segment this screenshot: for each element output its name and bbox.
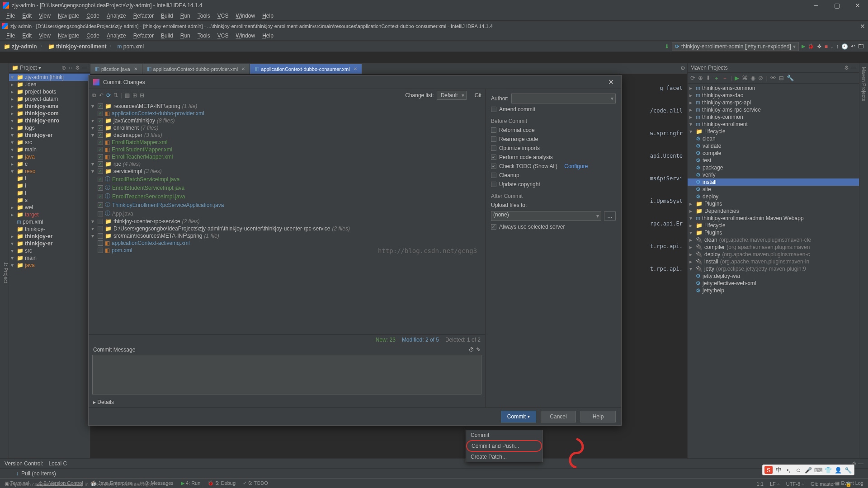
maven-run-icon[interactable]: ▶ (735, 75, 739, 81)
project-node[interactable]: 📁 s (9, 197, 90, 204)
ime-tool-icon[interactable]: 🔧 (844, 466, 852, 474)
commit-file-node[interactable]: ▾ 📁 D:\Users\gengsongbo\IdeaProjects\zjy… (89, 225, 485, 232)
spell-icon[interactable]: ✎ (476, 347, 481, 353)
sub-close-button[interactable]: ✕ (860, 23, 865, 30)
editor-tab[interactable]: ◧applicationContext-dubbo-consumer.xml✕ (250, 64, 362, 74)
maven-node[interactable]: ▸m thinkjoy-ams-rpc-api (688, 99, 859, 106)
project-node[interactable]: ▾📁 thinkjoy-er (9, 240, 90, 247)
git-branch[interactable]: Git: master ÷ (811, 481, 839, 487)
project-node[interactable]: ▸📁 thinkjoy-er (9, 233, 90, 240)
project-node[interactable]: 📁 l (9, 189, 90, 197)
project-node[interactable]: ▸📁 thinkjoy-com (9, 110, 90, 117)
maven-collapse-icon[interactable]: ⊟ (779, 75, 784, 81)
maven-node[interactable]: ⚙ site (688, 186, 859, 193)
menu-navigate[interactable]: Navigate (54, 11, 83, 20)
menu-analyze[interactable]: Analyze (103, 31, 130, 40)
menu-help[interactable]: Help (259, 11, 277, 20)
close-button[interactable]: ✕ (847, 0, 868, 11)
project-node[interactable]: ▸📁 c (9, 160, 90, 168)
commit-file-node[interactable]: ▾ 📁 java\com\thinkjoy (8 files) (89, 117, 485, 124)
maven-node[interactable]: ⚙ verify (688, 171, 859, 178)
ime-keyboard-icon[interactable]: ⌨ (814, 466, 822, 474)
ime-user-icon[interactable]: 👤 (834, 466, 842, 474)
tool-debug[interactable]: 🐞 5: Debug (208, 480, 236, 486)
menu-commit-and-push[interactable]: Commit and Push... (466, 440, 542, 452)
maven-node[interactable]: ▸m thinkjoy-ams-common (688, 84, 859, 92)
project-node[interactable]: ▸📁 logs (9, 124, 90, 131)
optimize-checkbox[interactable]: Optimize imports (491, 145, 540, 151)
menu-vcs[interactable]: VCS (214, 11, 232, 20)
editor-tab[interactable]: ◧plication.java✕ (90, 64, 142, 74)
details-toggle[interactable]: ▸ Details (89, 397, 485, 407)
ime-toolbar[interactable]: S 中 •, ☺ 🎤 ⌨ 👕 👤 🔧 (762, 465, 854, 475)
project-node[interactable]: ▾📁 zjy-admin [thinkj (9, 74, 90, 81)
project-node[interactable]: ▸📁 wel (9, 204, 90, 211)
hide-icon[interactable]: — (851, 65, 856, 71)
history-icon[interactable]: ⏱ (469, 347, 474, 353)
revert-icon[interactable]: ↶ (99, 92, 104, 99)
commit-message-input[interactable] (92, 355, 481, 394)
add-icon[interactable]: ＋ (713, 74, 719, 82)
vc-tab-local[interactable]: Local C (48, 460, 67, 467)
project-node[interactable]: ▾📁 src (9, 247, 90, 254)
menu-refactor[interactable]: Refactor (130, 31, 157, 40)
maven-node[interactable]: ▸🔌 clean (org.apache.maven.plugins:maven… (688, 236, 859, 244)
commit-file-node[interactable]: ⓙ ThinkjoyEnrollmentRpcServiceApplicatio… (89, 201, 485, 209)
ime-lang-icon[interactable]: 中 (774, 466, 783, 474)
menu-window[interactable]: Window (232, 31, 259, 40)
collapse-all-icon[interactable]: ⊕ (61, 65, 66, 71)
gear-icon[interactable]: ⚙ (844, 65, 849, 71)
commit-file-node[interactable]: ◧ EnrollStudentMapper.xml (89, 146, 485, 153)
hide-icon[interactable]: — (82, 65, 87, 71)
maven-node[interactable]: ▾m thinkjoy-enrollment (688, 121, 859, 128)
commit-file-node[interactable]: ▾ 📁 enrollment (7 files) (89, 124, 485, 131)
project-node[interactable]: ▾📁 thinkjoy-er (9, 131, 90, 139)
maven-node[interactable]: ▾📁 Plugins (688, 229, 859, 236)
commit-file-node[interactable]: ◧ applicationContext-dubbo-provider.xml (89, 110, 485, 117)
maven-node[interactable]: ▸📁 Plugins (688, 200, 859, 207)
project-node[interactable]: ▾📁 src (9, 139, 90, 146)
stop-button[interactable]: ■ (825, 43, 828, 50)
project-node[interactable]: 📁 i (9, 182, 90, 189)
ime-skin-icon[interactable]: 👕 (824, 466, 832, 474)
maven-node[interactable]: ⚙ jetty:deploy-war (688, 272, 859, 280)
commit-file-node[interactable]: ▾ 📁 src\main\resources\META-INF\spring (… (89, 232, 485, 239)
menu-navigate[interactable]: Navigate (54, 31, 83, 40)
maven-node[interactable]: ⚙ validate (688, 142, 859, 150)
maximize-button[interactable]: ▢ (826, 0, 847, 11)
diff-icon[interactable]: ⧉ (92, 92, 96, 99)
scroll-icon[interactable]: ↔ (68, 65, 73, 71)
refresh-icon[interactable]: ⟳ (106, 92, 111, 99)
maven-node[interactable]: ▸📁 Lifecycle (688, 222, 859, 229)
minimize-button[interactable]: ─ (806, 0, 826, 11)
cancel-button[interactable]: Cancel (541, 411, 576, 422)
changelist-dropdown[interactable]: Default (437, 91, 467, 100)
maven-node[interactable]: ▸🔌 compiler (org.apache.maven.plugins:ma… (688, 244, 859, 251)
vcs-update-button[interactable]: ↓ (830, 43, 833, 50)
help-button[interactable]: Help (580, 411, 616, 422)
maven-node[interactable]: ▸🔌 install (org.apache.maven.plugins:mav… (688, 258, 859, 265)
group-icon[interactable]: ▥ (125, 92, 130, 99)
commit-file-node[interactable]: ▾ 📁 service\impl (3 files) (89, 168, 485, 175)
maven-show-icon[interactable]: 👁 (770, 75, 776, 81)
commit-file-node[interactable]: ⓙ EnrollStudentServiceImpl.java (89, 183, 485, 192)
make-icon[interactable]: ⬇ (665, 43, 669, 50)
generate-icon[interactable]: ⊕ (698, 75, 703, 81)
reformat-checkbox[interactable]: Reformat code (491, 127, 535, 133)
breadcrumb-item[interactable]: m pom.xml (117, 43, 144, 50)
menu-code[interactable]: Code (83, 11, 103, 20)
menu-run[interactable]: Run (177, 11, 194, 20)
commit-file-node[interactable]: ▾ 📁 thinkjoy-ucenter-rpc-service (2 file… (89, 218, 485, 225)
maven-node[interactable]: ⚙ compile (688, 150, 859, 157)
menu-run[interactable]: Run (177, 31, 194, 40)
commit-file-node[interactable]: ⓙ EnrollBatchServiceImpl.java (89, 175, 485, 183)
commit-file-node[interactable]: ◧ EnrollBatchMapper.xml (89, 139, 485, 146)
menu-tools[interactable]: Tools (194, 11, 214, 20)
run-button[interactable]: ▶ (802, 43, 805, 49)
collapse-icon[interactable]: ⊟ (140, 92, 144, 99)
project-node[interactable]: ▾📁 reso (9, 168, 90, 175)
commit-file-node[interactable]: ▾ 📁 dao\mapper (3 files) (89, 131, 485, 139)
gear-icon[interactable]: ⚙ (75, 65, 80, 71)
maven-node[interactable]: ▸m thinkjoy-common (688, 113, 859, 121)
rail-project[interactable]: 1: Project (3, 262, 9, 283)
